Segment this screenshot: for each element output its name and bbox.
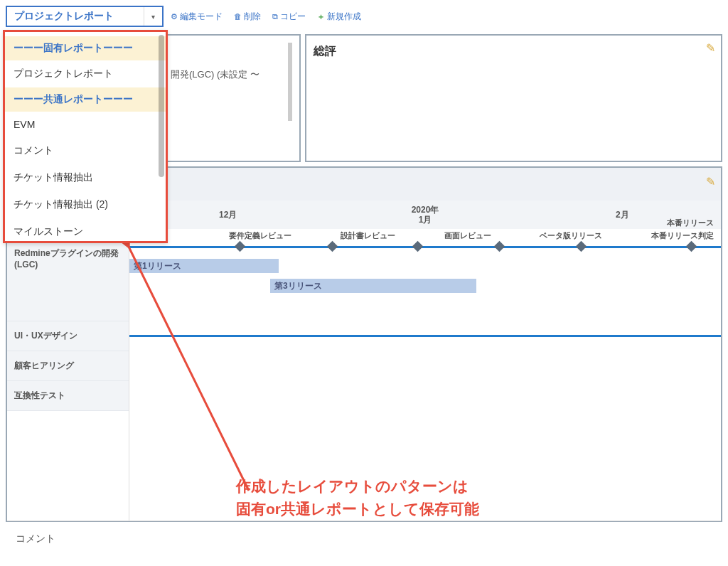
pencil-icon[interactable]: ✎ [706, 175, 715, 188]
milestone-diamond-icon [235, 241, 246, 252]
milestone-label: 本番リリース [667, 218, 714, 228]
gantt-row [129, 381, 721, 411]
delete-button[interactable]: 🗑 削除 [230, 11, 265, 23]
gear-icon: ⚙ [171, 12, 178, 21]
dropdown-item[interactable]: マイルストーン [5, 218, 166, 243]
scrollbar[interactable] [159, 35, 164, 177]
dropdown-item[interactable]: EVM [5, 112, 166, 137]
new-button[interactable]: ＋ 新規作成 [313, 11, 365, 23]
copy-icon: ⧉ [272, 12, 278, 21]
milestone-diamond-icon [412, 241, 424, 252]
annotation-text: 作成したレイアウトのパターンは 固有or共通レポートとして保存可能 [236, 475, 479, 520]
gantt-row [129, 351, 721, 381]
milestone-label: 要件定義レビュー [229, 230, 291, 241]
report-dropdown-list[interactable]: ーーー固有レポートーーー プロジェクトレポート ーーー共通レポートーーー EVM… [3, 30, 168, 243]
dropdown-header-specific: ーーー固有レポートーーー [5, 36, 166, 60]
milestone-label: ベータ版リリース [540, 230, 602, 241]
trash-icon: 🗑 [234, 12, 242, 21]
dropdown-item[interactable]: プロジェクトレポート [5, 60, 166, 87]
dropdown-header-common: ーーー共通レポートーーー [5, 87, 166, 112]
milestone-diamond-icon [494, 241, 505, 252]
dropdown-item[interactable]: チケット情報抽出 (2) [5, 191, 166, 218]
timeline-row-label: 顧客ヒアリング [7, 351, 129, 381]
milestone-diamond-icon [686, 241, 697, 252]
timeline-row-label: UI・UXデザイン [7, 321, 129, 351]
project-line: 開発(LGC) (未設定 〜 [171, 64, 282, 85]
edit-mode-button[interactable]: ⚙ 編集モード [166, 11, 227, 23]
timeline-row-label: 互換性テスト [7, 381, 129, 411]
milestone-label: 画面レビュー [444, 230, 491, 241]
gantt-baseline [129, 246, 721, 248]
summary-title: 総評 [314, 44, 714, 59]
gantt-bar[interactable]: 第1リリース [129, 259, 279, 273]
gantt-row: 要件定義レビュー 設計書レビュー 画面レビュー ベータ版リリース 本番リリース判… [129, 229, 721, 321]
gantt-bar[interactable]: 第3リリース [270, 279, 476, 293]
timeline-months: 12月 2020年 1月 2月 [129, 201, 721, 229]
comment-label: コメント [7, 520, 721, 557]
milestone-label: 設計書レビュー [341, 230, 395, 241]
gantt-row [129, 321, 721, 351]
report-dropdown-label: プロジェクトレポート [7, 10, 144, 23]
summary-panel: ✎ 総評 [305, 34, 722, 162]
copy-button[interactable]: ⧉ コピー [268, 11, 310, 23]
chevron-down-icon: ▾ [144, 7, 162, 26]
report-dropdown[interactable]: プロジェクトレポート ▾ [6, 6, 164, 27]
pencil-icon[interactable]: ✎ [706, 41, 715, 55]
milestone-label: 本番リリース判定 [651, 230, 714, 241]
dropdown-item[interactable]: チケット情報抽出 [5, 164, 166, 191]
milestone-diamond-icon [327, 241, 338, 252]
dropdown-item[interactable]: コメント [5, 137, 166, 164]
milestone-diamond-icon [576, 241, 587, 252]
plus-icon: ＋ [317, 11, 325, 22]
